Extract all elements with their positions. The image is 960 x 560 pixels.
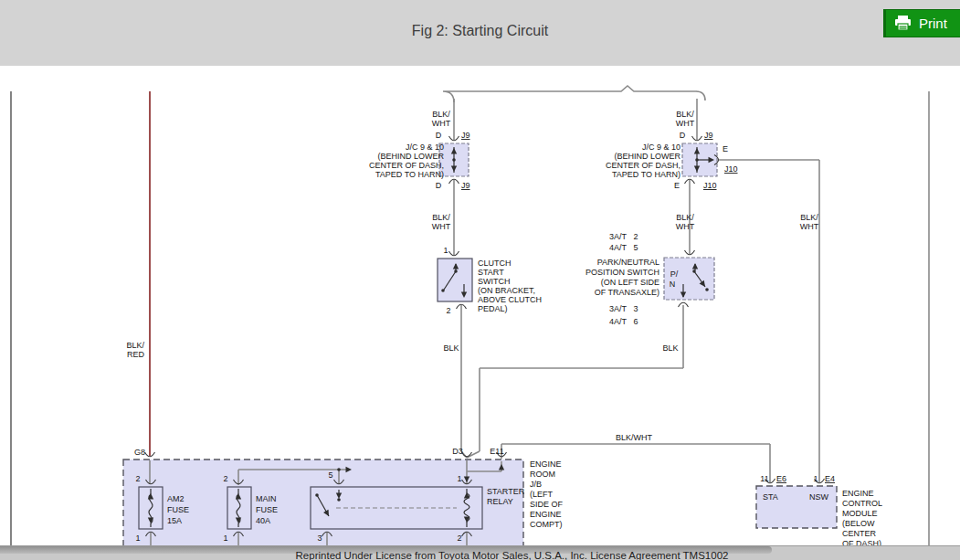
diagram-label: 4A/T	[609, 317, 628, 326]
diagram-label: 2	[633, 232, 638, 241]
diagram-label: (BEHIND LOWER	[614, 152, 680, 161]
park-neutral-switch-box	[664, 258, 714, 300]
diagram-label: D	[680, 131, 686, 140]
diagram-label: 6	[633, 317, 638, 326]
diagram-label: 2	[457, 534, 461, 543]
diagram-label: (ON LEFT SIDE	[601, 278, 659, 287]
diagram-label: (ON BRACKET,	[478, 286, 535, 295]
diagram-label: J10	[724, 164, 738, 174]
diagram-label: WHT	[676, 222, 695, 231]
diagram-label: 1	[443, 246, 448, 255]
diagram-label: 15A	[167, 516, 182, 525]
diagram-label: 5	[328, 470, 332, 480]
diagram-label: G8	[134, 448, 145, 457]
diagram-label: SWITCH	[478, 277, 511, 286]
diagram-label: TAPED TO HARN)	[375, 170, 444, 179]
top-bracket	[443, 86, 705, 102]
diagram-label: RED	[127, 350, 145, 359]
diagram-label: D	[436, 131, 442, 140]
diagram-label: WHT	[432, 222, 451, 231]
page-title: Fig 2: Starting Circuit	[0, 23, 960, 39]
diagram-label: RELAY	[487, 497, 513, 506]
diagram-label: ROOM	[530, 470, 555, 479]
diagram-label: 4A/T	[609, 243, 628, 252]
diagram-label: (BEHIND LOWER	[377, 152, 444, 161]
diagram-canvas: BLK/WHTBLK/WHTDJ9J/C 9 & 10(BEHIND LOWER…	[0, 0, 960, 560]
diagram-label: CONTROL	[842, 499, 882, 508]
diagram-label: J10	[703, 181, 717, 190]
diagram-label: MAIN	[256, 494, 277, 503]
junction-dot	[315, 493, 319, 497]
diagram-label: BLK/	[676, 110, 694, 119]
junction-dot	[705, 288, 709, 291]
diagram-label: POSITION SWITCH	[585, 268, 659, 277]
license-text: Reprinted Under License from Toyota Moto…	[64, 550, 960, 560]
diagram-label: 3	[317, 534, 322, 543]
diagram-label: 2	[135, 474, 140, 483]
diagram-label: D3	[452, 447, 463, 456]
print-button[interactable]: Print	[883, 9, 960, 37]
diagram-label: FUSE	[167, 505, 189, 514]
diagram-label: ENGINE	[530, 460, 562, 469]
diagram-label: COMPT)	[530, 520, 563, 529]
diagram-label: BLK/	[432, 213, 450, 222]
diagram-label: BLK/	[432, 110, 450, 119]
diagram-label: 2	[223, 474, 227, 483]
junction-dot	[441, 289, 445, 292]
diagram-label: J/C 9 & 10	[406, 143, 444, 152]
diagram-label: 3A/T	[609, 304, 628, 313]
diagram-label: CENTER OF DASH,	[369, 161, 444, 170]
junction-dot	[695, 158, 699, 162]
diagram-label: PEDAL)	[478, 304, 508, 313]
diagram-label: BLK/	[676, 213, 694, 222]
header: Fig 2: Starting Circuit Print	[0, 0, 960, 66]
diagram-label: CENTER	[842, 529, 877, 538]
diagram-label: WHT	[800, 222, 819, 231]
diagram-label: 1	[813, 474, 818, 483]
diagram-label: ENGINE	[842, 489, 874, 498]
diagram-label: WHT	[676, 119, 695, 128]
diagram-label: E4	[825, 474, 835, 483]
diagram-label: 1	[457, 474, 461, 483]
diagram-label: N	[670, 280, 676, 289]
diagram-label: J/B	[530, 480, 542, 489]
diagram-label: ENGINE	[530, 510, 562, 519]
diagram-label: CLUTCH	[478, 259, 512, 268]
diagram-label: J/C 9 & 10	[642, 143, 680, 152]
diagram-label: STA	[763, 492, 778, 502]
diagram-label: FUSE	[256, 505, 278, 514]
diagram-label: E11	[490, 447, 503, 456]
wiring-diagram: BLK/WHTBLK/WHTDJ9J/C 9 & 10(BEHIND LOWER…	[0, 0, 960, 560]
diagram-label: BLK	[443, 343, 459, 353]
diagram-label: BLK/	[800, 213, 818, 222]
diagram-label: OF TRANSAXLE)	[595, 288, 659, 297]
diagram-label: (LEFT	[530, 490, 554, 499]
junction-dot	[337, 498, 341, 502]
diagram-label: CENTER OF DASH,	[606, 161, 680, 170]
diagram-label: J9	[461, 181, 470, 190]
diagram-label: 11	[760, 474, 768, 483]
diagram-label: START	[478, 268, 504, 277]
junction-dot	[337, 468, 341, 471]
diagram-label: BLK/WHT	[616, 433, 653, 442]
diagram-label: BLK/	[126, 341, 144, 350]
junction-dot	[452, 158, 456, 162]
print-button-label: Print	[919, 16, 947, 31]
diagram-label: 3	[633, 304, 638, 313]
diagram-label: BLK	[662, 343, 678, 353]
diagram-label: 1	[135, 534, 140, 543]
diagram-label: NSW	[809, 492, 829, 502]
diagram-label: 2	[446, 306, 450, 315]
diagram-label: D	[436, 181, 442, 190]
diagram-label: 5	[633, 243, 638, 252]
diagram-label: E	[674, 181, 680, 190]
diagram-label: E6	[776, 474, 786, 483]
diagram-label: J9	[461, 131, 470, 140]
diagram-label: MODULE	[842, 509, 878, 518]
junction-dot	[454, 269, 458, 273]
diagram-label: (BELOW	[842, 519, 875, 528]
diagram-label: 40A	[256, 516, 270, 525]
printer-icon	[894, 16, 912, 31]
diagram-label: ABOVE CLUTCH	[478, 295, 542, 304]
diagram-label: STARTER	[487, 487, 525, 496]
